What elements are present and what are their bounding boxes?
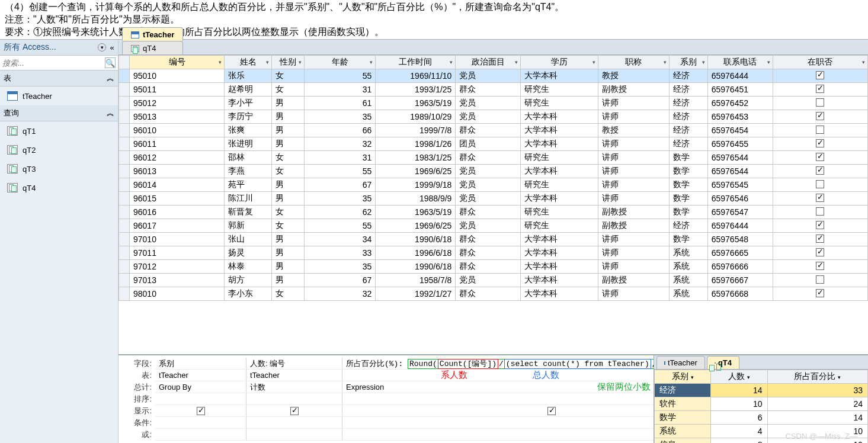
col-姓名[interactable]: 姓名▾ [225, 56, 272, 69]
table-row[interactable]: 97011扬灵男 331996/6/18群众 大学本科讲师系统65976665 [119, 246, 868, 260]
onjob-checkbox[interactable] [816, 235, 824, 243]
col-编号[interactable]: 编号▾ [130, 56, 225, 69]
query-icon [7, 183, 18, 192]
show-checkbox-3 [547, 407, 556, 415]
filter-dropdown-icon: ▾ [515, 59, 518, 65]
filter-dropdown-icon: ▾ [370, 59, 373, 65]
result-col-系别[interactable]: 系别 ▾ [655, 370, 711, 384]
group-tables-header[interactable]: 表︽ [0, 70, 118, 86]
col-在职否[interactable]: 在职否▾ [773, 56, 867, 69]
filter-dropdown-icon: ▾ [592, 59, 595, 65]
table-row[interactable]: 96010张爽男 661999/7/8群众 大学本科教授经济65976454 [119, 124, 868, 137]
col-职称[interactable]: 职称▾ [598, 56, 669, 69]
results-panel: tTeacher qT4 系别 ▾人数 ▾所占百分比 ▾ 经济1433 软件10… [654, 355, 868, 443]
table-row[interactable]: 95010张乐女 551969/11/10党员 大学本科教授经济65976444 [119, 69, 868, 83]
col-年龄[interactable]: 年龄▾ [305, 56, 376, 69]
filter-dropdown-icon: ▾ [450, 59, 453, 65]
table-row[interactable]: 96013李燕女 551969/6/25党员 大学本科讲师数学65976544 [119, 165, 868, 178]
onjob-checkbox[interactable] [816, 98, 824, 107]
onjob-checkbox[interactable] [816, 180, 824, 188]
nav-search[interactable]: 🔍 [0, 56, 118, 70]
col-政治面目[interactable]: 政治面目▾ [456, 56, 521, 69]
onjob-checkbox[interactable] [816, 71, 824, 79]
onjob-checkbox[interactable] [816, 207, 824, 216]
tab-qT4[interactable]: qT4 [122, 41, 183, 54]
table-icon [7, 91, 18, 101]
label-show: 显示: [118, 406, 155, 416]
datasheet[interactable]: 编号▾姓名▾性别▾年龄▾工作时间▾政治面目▾学历▾职称▾系别▾联系电话▾在职否▾… [118, 55, 868, 354]
nav-query-qT1[interactable]: qT1 [0, 121, 118, 140]
design-field-1[interactable]: 系别 [155, 358, 246, 370]
result-col-人数[interactable]: 人数 ▾ [711, 370, 767, 384]
col-系别[interactable]: 系别▾ [669, 56, 707, 69]
search-icon[interactable]: 🔍 [105, 57, 116, 68]
result-row[interactable]: 数学614 [655, 411, 868, 425]
annotation-red: 系人数 [441, 370, 467, 381]
nav-table-tteacher[interactable]: tTeacher [0, 86, 118, 105]
col-性别[interactable]: 性别▾ [272, 56, 305, 69]
onjob-checkbox[interactable] [816, 221, 824, 229]
document-tabs: tTeacher qT4 [118, 40, 868, 55]
watermark: CSDN @—Miss. Z— [785, 432, 857, 441]
onjob-checkbox[interactable] [816, 194, 824, 202]
table-row[interactable]: 97013胡方男 671958/7/8党员 大学本科副教授系统65976667 [119, 274, 868, 287]
table-row[interactable]: 96011张进明男 321998/1/26团员 大学本科讲师经济65976455 [119, 137, 868, 151]
annotation-green: 保留两位小数 [597, 381, 651, 393]
table-icon [131, 31, 139, 38]
filter-dropdown-icon: ▾ [664, 59, 667, 65]
table-row[interactable]: 98010李小东女 321992/1/27群众 大学本科讲师系统65976668 [119, 287, 868, 301]
table-row[interactable]: 96016靳晋复女 621963/5/19群众 研究生副教授数学65976547 [119, 206, 868, 219]
onjob-checkbox[interactable] [816, 126, 824, 134]
label-sort: 排序: [118, 394, 155, 405]
onjob-checkbox[interactable] [816, 166, 824, 175]
collapse-icon[interactable]: ︽ [107, 108, 114, 118]
collapse-icon[interactable]: ︽ [107, 73, 114, 84]
table-row[interactable]: 97010张山男 341990/6/18群众 大学本科讲师数学65976548 [119, 233, 868, 246]
label-or: 或: [118, 429, 155, 440]
group-queries-header[interactable]: 查询︽ [0, 105, 118, 121]
onjob-checkbox[interactable] [816, 85, 824, 93]
design-field-2[interactable]: 人数: 编号 [246, 358, 342, 370]
result-col-所占百分比[interactable]: 所占百分比 ▾ [767, 370, 868, 384]
filter-dropdown-icon: ▾ [767, 59, 770, 65]
onjob-checkbox[interactable] [816, 139, 824, 147]
col-学历[interactable]: 学历▾ [521, 56, 598, 69]
nav-collapse-icon[interactable]: « [110, 43, 114, 52]
nav-header[interactable]: 所有 Access... ▾ « [0, 40, 118, 56]
label-total: 总计: [118, 382, 155, 393]
nav-query-qT3[interactable]: qT3 [0, 159, 118, 178]
result-tab-qT4[interactable]: qT4 [707, 356, 739, 369]
query-icon [7, 126, 18, 136]
table-row[interactable]: 96017郭新女 551969/6/25党员 研究生副教授经济65976444 [119, 219, 868, 233]
nav-query-qT2[interactable]: qT2 [0, 140, 118, 159]
label-field: 字段: [118, 358, 155, 369]
table-row[interactable]: 95013李历宁男 351989/10/29党员 大学本科讲师经济6597645… [119, 110, 868, 124]
table-row[interactable]: 95011赵希明女 311993/1/25群众 研究生副教授经济65976451 [119, 83, 868, 97]
onjob-checkbox[interactable] [816, 112, 824, 120]
result-row[interactable]: 经济1433 [655, 384, 868, 397]
table-icon [664, 361, 665, 365]
onjob-checkbox[interactable] [816, 153, 824, 161]
label-table: 表: [118, 370, 155, 381]
search-input[interactable] [2, 57, 105, 68]
tab-tTeacher[interactable]: tTeacher [122, 27, 183, 41]
table-row[interactable]: 96012邵林女 311983/1/25群众 研究生讲师数学65976544 [119, 151, 868, 165]
result-tab-tTeacher[interactable]: tTeacher [656, 356, 705, 369]
nav-dropdown-icon[interactable]: ▾ [98, 43, 106, 52]
table-row[interactable]: 97012林泰男 351990/6/18群众 大学本科讲师系统65976666 [119, 260, 868, 274]
onjob-checkbox[interactable] [816, 262, 824, 270]
label-criteria: 条件: [118, 418, 155, 428]
onjob-checkbox[interactable] [816, 248, 824, 256]
onjob-checkbox[interactable] [816, 289, 824, 297]
col-工作时间[interactable]: 工作时间▾ [376, 56, 456, 69]
col-联系电话[interactable]: 联系电话▾ [707, 56, 773, 69]
onjob-checkbox[interactable] [816, 275, 824, 284]
query-icon [7, 145, 18, 155]
result-row[interactable]: 软件1024 [655, 397, 868, 411]
table-row[interactable]: 96014苑平男 671999/9/18党员 研究生讲师数学65976545 [119, 178, 868, 192]
show-checkbox-2 [290, 407, 299, 415]
nav-query-qT4[interactable]: qT4 [0, 178, 118, 197]
table-row[interactable]: 95012李小平男 611963/5/19党员 研究生讲师经济65976452 [119, 97, 868, 110]
table-row[interactable]: 96015陈江川男 351988/9/9党员 大学本科讲师数学65976546 [119, 192, 868, 206]
navigation-pane: 所有 Access... ▾ « 🔍 表︽ tTeacher 查询︽ qT1 q… [0, 40, 118, 443]
